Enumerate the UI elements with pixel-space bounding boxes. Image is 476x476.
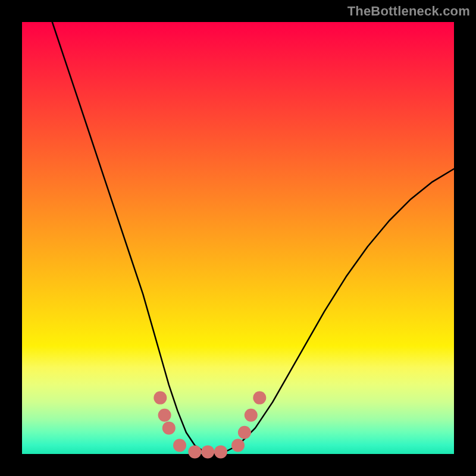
marker-dot <box>238 426 251 439</box>
plot-area <box>22 22 454 454</box>
marker-dot <box>245 409 258 422</box>
marker-dot <box>201 445 214 458</box>
marker-dot <box>162 421 176 434</box>
marker-dot <box>173 439 186 452</box>
marker-dot <box>214 445 227 458</box>
marker-dot <box>188 445 201 458</box>
chart-svg <box>22 22 454 454</box>
marker-dot <box>253 392 266 405</box>
watermark-text: TheBottleneck.com <box>347 4 470 19</box>
marker-dot <box>231 439 245 452</box>
marker-dot <box>154 392 167 405</box>
valley-markers <box>154 392 266 459</box>
chart-frame: TheBottleneck.com <box>0 0 476 476</box>
marker-dot <box>158 409 171 422</box>
bottleneck-curve <box>52 22 454 454</box>
